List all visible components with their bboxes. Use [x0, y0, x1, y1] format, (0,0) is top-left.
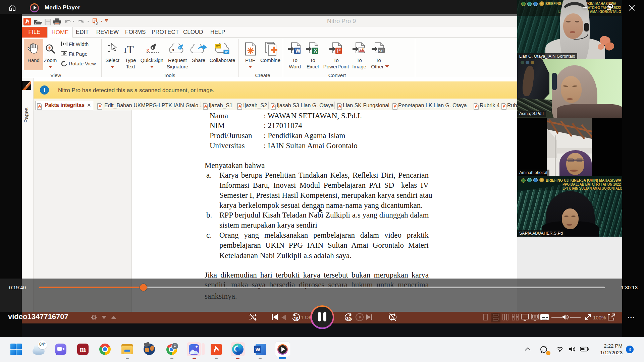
svg-text:10: 10: [294, 316, 299, 321]
svg-text:30: 30: [346, 316, 351, 321]
